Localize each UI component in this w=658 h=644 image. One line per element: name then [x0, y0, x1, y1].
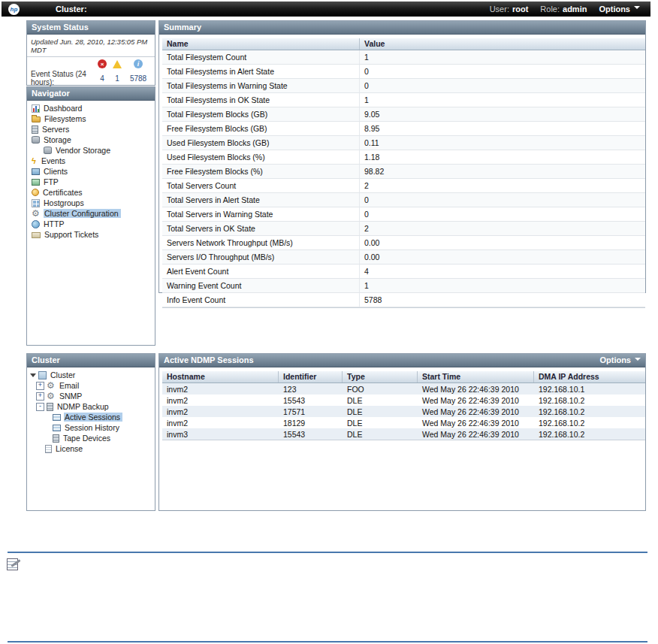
sidebar-item-dashboard[interactable]: Dashboard	[27, 103, 155, 113]
table-row[interactable]: invm215543DLEWed May 26 22:46:39 2010192…	[162, 395, 645, 406]
column-header-identifier[interactable]: Identifier	[279, 371, 343, 382]
sidebar-item-label: FTP	[43, 177, 61, 186]
table-row: Used Filesystem Blocks (GB)0.11	[162, 136, 645, 150]
ndmp-options-label: Options	[599, 354, 631, 367]
start-time-cell: Wed May 26 22:46:39 2010	[418, 385, 534, 394]
summary-value-cell: 2	[360, 224, 645, 233]
tree-item-session-history[interactable]: Session History	[27, 422, 155, 433]
sidebar-item-support-tickets[interactable]: Support Tickets	[27, 229, 155, 240]
sidebar-item-storage[interactable]: Storage	[27, 135, 155, 145]
summary-name-cell: Total Filesystem Blocks (GB)	[162, 107, 360, 121]
gear-icon	[47, 382, 56, 390]
summary-value-cell: 98.82	[360, 167, 645, 176]
hostname-cell: invm2	[162, 419, 279, 428]
ndmp-sessions-title: Active NDMP Sessions	[164, 354, 254, 367]
cluster-tree: Cluster Email SNMP NDMP Backup Active Se…	[27, 367, 155, 454]
cluster-icon	[38, 371, 47, 379]
summary-value-cell: 0	[360, 195, 645, 204]
sidebar-item-certificates[interactable]: Certificates	[27, 187, 155, 198]
sidebar-item-servers[interactable]: Servers	[27, 124, 155, 135]
identifier-cell: 17571	[279, 407, 343, 416]
summary-value-cell: 8.95	[360, 124, 645, 133]
tree-item-active-sessions[interactable]: Active Sessions	[27, 412, 155, 422]
horizontal-rule	[8, 641, 647, 642]
table-row[interactable]: invm218129DLEWed May 26 22:46:39 2010192…	[162, 417, 645, 428]
sidebar-item-label: HTTP	[43, 219, 66, 228]
chevron-down-icon	[634, 6, 640, 9]
sidebar-item-http[interactable]: HTTP	[27, 219, 155, 229]
column-header-start-time[interactable]: Start Time	[418, 371, 534, 382]
column-header-value[interactable]: Value	[360, 38, 645, 50]
table-row: Free Filesystem Blocks (GB)8.95	[162, 122, 645, 136]
summary-value-cell: 0	[360, 210, 645, 219]
table-row[interactable]: invm217571DLEWed May 26 22:46:39 2010192…	[162, 406, 645, 417]
table-row[interactable]: invm315543DLEWed May 26 22:46:39 2010192…	[162, 428, 645, 440]
horizontal-rule	[8, 552, 647, 553]
tree-item-license[interactable]: License	[27, 443, 155, 454]
summary-name-cell: Total Servers in Warning State	[162, 207, 360, 221]
lightning-icon	[32, 157, 38, 165]
sidebar-item-vendor-storage[interactable]: Vendor Storage	[27, 145, 155, 156]
hostname-cell: invm2	[162, 407, 279, 416]
navigator-header: Navigator	[27, 87, 155, 101]
tree-item-ndmp-backup[interactable]: NDMP Backup	[27, 401, 155, 412]
column-header-name[interactable]: Name	[162, 38, 360, 50]
folder-icon	[32, 116, 41, 122]
table-row: Total Filesystem Blocks (GB)9.05	[162, 107, 645, 122]
summary-value-cell: 0.11	[360, 138, 645, 147]
column-header-type[interactable]: Type	[343, 371, 418, 382]
sidebar-item-label: Clients	[43, 167, 70, 176]
topbar-options-menu[interactable]: Options	[599, 5, 640, 14]
info-count: 5788	[125, 74, 152, 83]
sidebar-item-clients[interactable]: Clients	[27, 166, 155, 177]
sidebar-item-events[interactable]: Events	[27, 156, 155, 166]
summary-name-cell: Free Filesystem Blocks (GB)	[162, 122, 360, 135]
expand-caret-icon[interactable]	[30, 373, 36, 377]
expand-plus-icon[interactable]	[36, 382, 44, 390]
storage-icon	[44, 147, 52, 154]
summary-name-cell: Used Filesystem Blocks (GB)	[162, 136, 360, 150]
tree-item-tape-devices[interactable]: Tape Devices	[27, 433, 155, 443]
globe-icon	[32, 220, 40, 228]
tree-item-snmp[interactable]: SNMP	[27, 391, 155, 401]
system-status-header: System Status	[27, 21, 155, 35]
sidebar-item-label: Servers	[41, 125, 71, 134]
ndmp-options-menu[interactable]: Options	[599, 354, 641, 367]
tree-item-cluster[interactable]: Cluster	[27, 370, 155, 380]
tree-item-label: SNMP	[59, 392, 84, 401]
table-row: Total Filesystems in OK State1	[162, 93, 645, 107]
topbar-options-label: Options	[599, 5, 630, 14]
column-header-hostname[interactable]: Hostname	[162, 371, 279, 382]
hp-logo-icon: hp	[8, 4, 20, 15]
role-value: admin	[563, 5, 587, 14]
sidebar-item-filesystems[interactable]: Filesystems	[27, 113, 155, 124]
type-cell: DLE	[343, 419, 418, 428]
type-cell: FOO	[343, 385, 418, 394]
page: hp Cluster: User:root Role:admin Options…	[0, 0, 658, 644]
expand-plus-icon[interactable]	[36, 392, 44, 401]
tree-item-email[interactable]: Email	[27, 380, 155, 391]
navigator-panel: Navigator Dashboard Filesystems Servers …	[26, 86, 155, 346]
collapse-minus-icon[interactable]	[36, 403, 44, 411]
sidebar-item-cluster-configuration[interactable]: Cluster Configuration	[27, 208, 155, 219]
start-time-cell: Wed May 26 22:46:39 2010	[418, 396, 534, 405]
tree-item-label: NDMP Backup	[56, 402, 111, 411]
table-row: Alert Event Count4	[162, 265, 645, 279]
sidebar-item-hostgroups[interactable]: Hostgroups	[27, 198, 155, 208]
tree-item-label: Cluster	[50, 370, 77, 379]
sidebar-item-ftp[interactable]: FTP	[27, 177, 155, 187]
dashboard-icon	[32, 104, 40, 113]
table-row: Total Filesystem Count1	[162, 50, 645, 65]
start-time-cell: Wed May 26 22:46:39 2010	[418, 407, 534, 416]
dma-ip-cell: 192.168.10.2	[534, 430, 645, 439]
cluster-tree-header: Cluster	[27, 354, 155, 367]
summary-value-cell: 2	[360, 181, 645, 190]
user-label: User:	[490, 5, 509, 14]
summary-name-cell: Used Filesystem Blocks (%)	[162, 150, 360, 164]
hostname-cell: invm2	[162, 385, 279, 394]
column-header-dma-ip[interactable]: DMA IP Address	[534, 371, 645, 382]
table-row[interactable]: invm2123FOOWed May 26 22:46:39 2010192.1…	[162, 383, 645, 395]
summary-header: Summary	[159, 21, 645, 35]
certificate-icon	[32, 189, 39, 196]
app-title: Cluster:	[56, 5, 87, 14]
